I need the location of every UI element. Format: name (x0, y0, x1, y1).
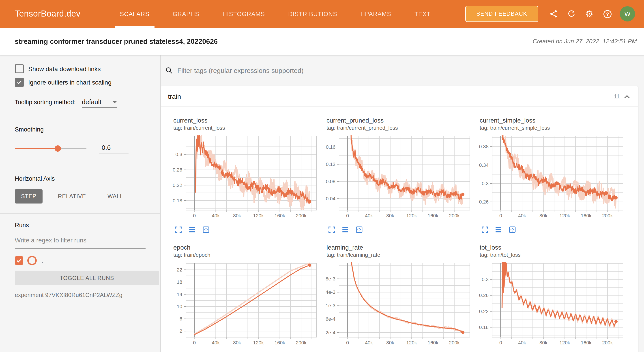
svg-text:200k: 200k (449, 213, 460, 218)
svg-text:80k: 80k (233, 340, 241, 346)
svg-text:0.04: 0.04 (326, 196, 336, 201)
svg-text:0.26: 0.26 (479, 293, 488, 298)
tab-scalars[interactable]: SCALARS (108, 0, 161, 28)
train-group-header[interactable]: train 11 (161, 86, 638, 107)
train-tag-group-card: train 11 current_loss tag: train/current… (161, 86, 638, 352)
svg-text:40k: 40k (518, 340, 526, 346)
fit-domain-icon[interactable] (354, 225, 364, 234)
smoothing-label: Smoothing (15, 126, 160, 133)
smoothing-slider[interactable] (15, 145, 86, 152)
expand-chart-icon[interactable] (173, 225, 183, 234)
svg-text:80k: 80k (540, 213, 548, 218)
send-feedback-button[interactable]: SEND FEEDBACK (465, 6, 538, 22)
experiment-title-bar: streaming conformer transducer pruned st… (0, 28, 644, 55)
svg-text:0.18: 0.18 (173, 198, 182, 203)
chart-tag: tag: train/tot_loss (480, 252, 629, 258)
settings-gear-icon[interactable]: ⚙ (580, 5, 598, 23)
chart-title: current_simple_loss (480, 117, 629, 124)
svg-text:40k: 40k (212, 213, 220, 218)
svg-text:120k: 120k (406, 213, 417, 218)
svg-text:1.8e-3: 1.8e-3 (326, 276, 336, 282)
ignore-outliers-row[interactable]: Ignore outliers in chart scaling (15, 78, 160, 87)
svg-text:40k: 40k (365, 340, 373, 346)
run-checkbox-checked-icon[interactable] (15, 256, 23, 265)
tab-distributions[interactable]: DISTRIBUTIONS (276, 0, 349, 28)
search-icon (165, 67, 173, 74)
checkbox-checked-icon[interactable] (15, 78, 24, 87)
svg-text:0.08: 0.08 (326, 179, 336, 184)
sidebar-divider (0, 213, 160, 214)
show-download-links-label: Show data download links (28, 65, 101, 72)
svg-text:160k: 160k (428, 213, 439, 218)
slider-knob[interactable] (55, 145, 61, 152)
tooltip-sorting-dropdown[interactable]: default (82, 98, 117, 108)
help-icon[interactable]: ? (598, 5, 616, 23)
chart-title: learning_rate (326, 244, 476, 251)
line-chart[interactable]: 2e-46e-41e-31.4e-31.8e-3040k80k120k160k2… (326, 262, 473, 350)
svg-text:40k: 40k (365, 213, 373, 218)
user-avatar[interactable]: W (620, 6, 635, 21)
svg-text:120k: 120k (406, 340, 417, 346)
filter-tags-field[interactable] (165, 66, 638, 78)
chart-card-current-loss: current_loss tag: train/current_loss 0.1… (172, 117, 322, 234)
checkbox-unchecked-icon[interactable] (15, 64, 24, 73)
chart-title: epoch (173, 244, 322, 251)
line-chart[interactable]: 0.260.30.340.38040k80k120k160k200k (479, 135, 626, 223)
axis-mode-relative[interactable]: RELATIVE (52, 189, 92, 203)
tab-hparams[interactable]: HPARAMS (349, 0, 403, 28)
svg-text:0.12: 0.12 (326, 162, 336, 167)
expand-chart-icon[interactable] (326, 225, 336, 234)
filter-tags-input[interactable] (176, 66, 638, 75)
svg-text:0.34: 0.34 (479, 162, 488, 168)
flush-y-axis-icon[interactable] (494, 225, 504, 234)
show-download-links-row[interactable]: Show data download links (15, 64, 160, 73)
svg-text:200k: 200k (602, 340, 613, 346)
line-chart[interactable]: 0.040.080.120.16040k80k120k160k200k (326, 135, 473, 223)
share-icon[interactable] (544, 5, 562, 23)
flush-y-axis-icon[interactable] (340, 225, 350, 234)
chart-tag: tag: train/epoch (173, 252, 322, 258)
svg-text:160k: 160k (581, 340, 592, 346)
svg-text:0.3: 0.3 (482, 181, 488, 186)
svg-text:14: 14 (177, 292, 182, 297)
svg-text:0.22: 0.22 (479, 309, 488, 314)
line-chart[interactable]: 0.180.220.260.3040k80k120k160k200k (479, 262, 626, 350)
svg-text:40k: 40k (518, 213, 526, 218)
tab-histograms[interactable]: HISTOGRAMS (211, 0, 276, 28)
run-row: . (15, 256, 160, 265)
svg-text:120k: 120k (559, 340, 570, 346)
line-chart[interactable]: 0.180.220.260.3040k80k120k160k200k (172, 135, 320, 223)
svg-text:1e-3: 1e-3 (326, 303, 336, 308)
svg-text:0.26: 0.26 (479, 199, 488, 205)
svg-text:18: 18 (177, 279, 182, 285)
flush-y-axis-icon[interactable] (187, 225, 197, 234)
settings-sidebar: Show data download links Ignore outliers… (0, 55, 161, 352)
tooltip-sorting-value: default (82, 98, 102, 106)
svg-text:0.16: 0.16 (326, 144, 336, 150)
run-color-swatch-icon[interactable] (27, 256, 37, 265)
chart-card-current-pruned-loss: current_pruned_loss tag: train/current_p… (326, 117, 476, 234)
axis-mode-wall[interactable]: WALL (101, 189, 130, 203)
runs-regex-input[interactable] (15, 235, 146, 249)
tab-text[interactable]: TEXT (403, 0, 442, 28)
chart-card-epoch: epoch tag: train/epoch 2610141822040k80k… (172, 244, 322, 352)
svg-text:160k: 160k (274, 340, 286, 346)
chevron-up-icon[interactable] (624, 94, 630, 99)
svg-text:6: 6 (180, 316, 182, 322)
expand-chart-icon[interactable] (480, 225, 490, 234)
line-chart[interactable]: 2610141822040k80k120k160k200k (172, 262, 320, 350)
svg-text:80k: 80k (233, 213, 241, 218)
axis-mode-step[interactable]: STEP (15, 189, 43, 203)
run-name: . (42, 257, 43, 264)
toggle-all-runs-button[interactable]: TOGGLE ALL RUNS (15, 271, 159, 285)
fit-domain-icon[interactable] (508, 225, 517, 234)
svg-text:?: ? (606, 11, 608, 17)
created-timestamp: Created on Jun 27, 2022, 12:42:51 PM (533, 38, 637, 45)
ignore-outliers-label: Ignore outliers in chart scaling (28, 79, 112, 86)
group-title: train (168, 93, 181, 100)
fit-domain-icon[interactable] (201, 225, 211, 234)
smoothing-value-input[interactable] (99, 144, 128, 153)
refresh-icon[interactable] (562, 5, 580, 23)
app-logo[interactable]: TensorBoard.dev (15, 9, 80, 19)
tab-graphs[interactable]: GRAPHS (161, 0, 211, 28)
